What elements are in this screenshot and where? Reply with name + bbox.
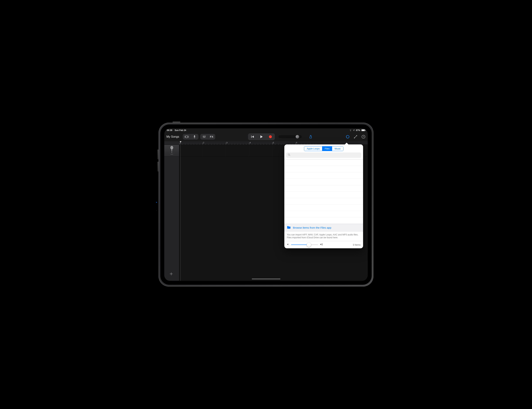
record-button[interactable] — [266, 133, 275, 140]
settings-button[interactable] — [353, 135, 358, 139]
item-count-label: 0 Items — [353, 244, 361, 246]
svg-rect-1 — [186, 136, 188, 138]
status-bar: 09:39 Sun Feb 24 87% — [164, 128, 368, 132]
ruler-bar-number: 5 — [273, 142, 274, 144]
microphone-icon — [169, 146, 175, 155]
svg-point-10 — [204, 137, 205, 137]
device-power-button[interactable] — [172, 122, 180, 123]
track-header-audio-1[interactable] — [164, 145, 179, 157]
timeline-ruler[interactable]: 123456 — [179, 141, 368, 145]
svg-text:?: ? — [363, 135, 364, 138]
volume-low-icon — [287, 243, 289, 246]
microphone-input-button[interactable] — [190, 134, 199, 140]
browser-tabs: Apple Loops Files Music — [304, 146, 343, 151]
add-track-button[interactable] — [169, 271, 174, 277]
go-to-beginning-button[interactable] — [248, 133, 257, 140]
ruler-bar-number: 4 — [250, 142, 251, 144]
file-list[interactable] — [284, 159, 363, 224]
import-hint-text: You can import AIFF, WAV, CAF, Apple Loo… — [284, 231, 363, 241]
browse-files-label: Browse items from the Files app — [293, 226, 331, 229]
svg-rect-12 — [251, 136, 252, 138]
status-time: 09:39 — [167, 129, 172, 132]
volume-high-icon — [320, 243, 323, 246]
preview-volume-slider[interactable] — [291, 244, 318, 245]
svg-rect-3 — [194, 135, 195, 137]
help-button[interactable]: ? — [361, 135, 366, 139]
home-indicator[interactable] — [252, 279, 280, 279]
track-controls-button[interactable] — [200, 134, 208, 140]
tab-music[interactable]: Music — [332, 146, 343, 151]
svg-rect-2 — [188, 136, 189, 137]
fx-button[interactable]: FX — [208, 134, 215, 140]
folder-icon — [287, 226, 291, 229]
main-toolbar: My Songs FX — [164, 132, 368, 141]
svg-rect-0 — [185, 136, 185, 137]
svg-rect-20 — [171, 149, 172, 151]
master-volume-knob[interactable] — [296, 135, 299, 138]
svg-point-13 — [269, 135, 272, 138]
svg-point-11 — [205, 136, 206, 136]
wifi-icon — [349, 129, 352, 131]
svg-line-25 — [290, 155, 290, 156]
location-icon — [353, 129, 355, 131]
status-date: Sun Feb 24 — [175, 129, 186, 132]
tab-files[interactable]: Files — [322, 146, 332, 151]
ruler-bar-number: 3 — [226, 142, 228, 144]
status-battery-percent: 87% — [356, 129, 360, 132]
transport-controls — [248, 133, 275, 140]
svg-rect-21 — [171, 151, 172, 153]
device-indicator-led — [156, 202, 157, 203]
ruler-bar-number: 6 — [296, 142, 297, 144]
svg-point-24 — [288, 154, 290, 155]
preview-volume-knob[interactable] — [307, 243, 311, 247]
svg-point-9 — [203, 136, 204, 136]
play-button[interactable] — [257, 133, 266, 140]
search-icon — [288, 154, 290, 157]
master-volume-slider[interactable] — [278, 135, 302, 138]
ruler-bar-number: 1 — [180, 142, 181, 144]
tab-apple-loops[interactable]: Apple Loops — [304, 146, 322, 151]
tracks-view-button[interactable] — [183, 134, 190, 140]
search-field-input[interactable] — [292, 154, 360, 157]
loop-browser-popover: Apple Loops Files Music — [284, 145, 363, 248]
search-input[interactable] — [286, 153, 361, 158]
battery-icon — [361, 129, 365, 131]
device-mic-hole — [156, 210, 157, 211]
browse-files-app-button[interactable]: Browse items from the Files app — [284, 224, 363, 231]
loop-browser-button[interactable] — [346, 135, 350, 139]
nav-back-my-songs[interactable]: My Songs — [166, 135, 179, 138]
metronome-button[interactable] — [308, 135, 313, 139]
ruler-bar-number: 2 — [203, 142, 204, 144]
